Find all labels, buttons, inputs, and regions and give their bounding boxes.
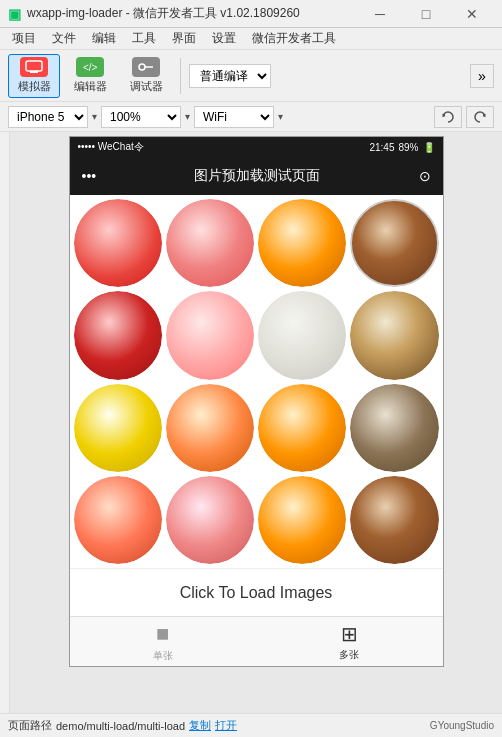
phone-container: ••••• WeChat令 21:45 89% 🔋 ••• 图片预加载测试页面 …	[10, 132, 502, 713]
device-model-select[interactable]: iPhone 5	[8, 106, 88, 128]
rotate-left-button[interactable]	[434, 106, 462, 128]
signal-dots: ••••• WeChat令	[78, 140, 144, 154]
debugger-icon	[132, 57, 160, 77]
nav-right-icons: ⊙	[419, 168, 431, 184]
toolbar-divider-1	[180, 58, 181, 94]
food-item-10	[166, 384, 254, 472]
food-item-9	[74, 384, 162, 472]
image-grid	[70, 195, 443, 568]
nav-record-icon[interactable]: ⊙	[419, 168, 431, 184]
simulator-button[interactable]: 模拟器	[8, 54, 60, 98]
minimize-button[interactable]: ─	[358, 0, 402, 28]
battery-level: 89%	[398, 142, 418, 153]
device-toolbar: iPhone 5 ▾ 100% ▾ WiFi ▾	[0, 102, 502, 132]
simulator-icon	[20, 57, 48, 77]
editor-button[interactable]: </> 编辑器	[64, 54, 116, 98]
title-bar: ▣ wxapp-img-loader - 微信开发者工具 v1.02.18092…	[0, 0, 502, 28]
compile-dropdown-area: 普通编译	[189, 64, 271, 88]
load-button-area: Click To Load Images	[70, 568, 443, 616]
tab-multi[interactable]: ⊞ 多张	[256, 622, 443, 662]
menu-edit[interactable]: 编辑	[84, 28, 124, 49]
phone-nav-bar: ••• 图片预加载测试页面 ⊙	[70, 157, 443, 195]
multi-tab-icon: ⊞	[341, 622, 358, 646]
single-tab-icon: ■	[156, 621, 169, 647]
editor-icon: </>	[76, 57, 104, 77]
close-button[interactable]: ✕	[450, 0, 494, 28]
food-circle-8	[350, 291, 438, 379]
rotate-right-button[interactable]	[466, 106, 494, 128]
simulator-label: 模拟器	[18, 79, 51, 94]
left-sidebar	[0, 132, 10, 713]
food-item-4	[350, 199, 438, 287]
food-item-15	[258, 476, 346, 564]
maximize-button[interactable]: □	[404, 0, 448, 28]
studio-logo: GYoungStudio	[430, 720, 494, 731]
bottom-status-bar: 页面路径 demo/multi-load/multi-load 复制 打开 GY…	[0, 713, 502, 737]
phone-tab-bar: ■ 单张 ⊞ 多张	[70, 616, 443, 666]
food-circle-7	[258, 291, 346, 379]
load-images-button[interactable]: Click To Load Images	[180, 584, 333, 602]
svg-text:</>: </>	[83, 62, 98, 73]
food-item-13	[74, 476, 162, 564]
food-circle-16	[350, 476, 438, 564]
toolbar: 模拟器 </> 编辑器 调试器 普通编译 »	[0, 50, 502, 102]
food-item-8	[350, 291, 438, 379]
nav-title: 图片预加载测试页面	[194, 167, 320, 185]
debugger-label: 调试器	[130, 79, 163, 94]
toolbar-right: »	[470, 64, 494, 88]
food-item-3	[258, 199, 346, 287]
main-area: ••••• WeChat令 21:45 89% 🔋 ••• 图片预加载测试页面 …	[0, 132, 502, 713]
window-title: wxapp-img-loader - 微信开发者工具 v1.02.1809260	[27, 5, 300, 22]
editor-label: 编辑器	[74, 79, 107, 94]
expand-button[interactable]: »	[470, 64, 494, 88]
path-label: 页面路径	[8, 718, 52, 733]
phone-status-bar: ••••• WeChat令 21:45 89% 🔋	[70, 137, 443, 157]
food-item-16	[350, 476, 438, 564]
battery-icon: 🔋	[423, 142, 435, 153]
food-circle-5	[74, 291, 162, 379]
food-circle-2	[166, 199, 254, 287]
menu-project[interactable]: 项目	[4, 28, 44, 49]
food-item-12	[350, 384, 438, 472]
zoom-chevron-icon: ▾	[185, 111, 190, 122]
menu-settings[interactable]: 设置	[204, 28, 244, 49]
menu-tools[interactable]: 工具	[124, 28, 164, 49]
open-link[interactable]: 打开	[215, 718, 237, 733]
food-circle-1	[74, 199, 162, 287]
food-item-5	[74, 291, 162, 379]
nav-more-icon[interactable]: •••	[82, 168, 97, 184]
food-circle-6	[166, 291, 254, 379]
menu-file[interactable]: 文件	[44, 28, 84, 49]
svg-rect-1	[30, 71, 38, 73]
zoom-select[interactable]: 100%	[101, 106, 181, 128]
phone-frame: ••••• WeChat令 21:45 89% 🔋 ••• 图片预加载测试页面 …	[69, 136, 444, 667]
food-item-6	[166, 291, 254, 379]
food-item-14	[166, 476, 254, 564]
time-battery-area: 21:45 89% 🔋	[369, 142, 434, 153]
tab-single[interactable]: ■ 单张	[70, 621, 257, 663]
app-icon: ▣	[8, 6, 21, 22]
menu-bar: 项目 文件 编辑 工具 界面 设置 微信开发者工具	[0, 28, 502, 50]
food-circle-13	[74, 476, 162, 564]
multi-tab-label: 多张	[339, 648, 359, 662]
food-circle-9	[74, 384, 162, 472]
clock: 21:45	[369, 142, 394, 153]
signal-area: ••••• WeChat令	[78, 140, 144, 154]
copy-link[interactable]: 复制	[189, 718, 211, 733]
food-circle-14	[166, 476, 254, 564]
menu-wechat-devtools[interactable]: 微信开发者工具	[244, 28, 344, 49]
svg-rect-0	[26, 61, 42, 71]
food-item-2	[166, 199, 254, 287]
menu-interface[interactable]: 界面	[164, 28, 204, 49]
network-select[interactable]: WiFi	[194, 106, 274, 128]
network-chevron-icon: ▾	[278, 111, 283, 122]
food-circle-12	[350, 384, 438, 472]
food-item-7	[258, 291, 346, 379]
chevron-down-icon: ▾	[92, 111, 97, 122]
phone-content: Click To Load Images	[70, 195, 443, 616]
food-circle-11	[258, 384, 346, 472]
compile-dropdown[interactable]: 普通编译	[189, 64, 271, 88]
food-item-1	[74, 199, 162, 287]
svg-point-3	[139, 64, 145, 70]
debugger-button[interactable]: 调试器	[120, 54, 172, 98]
